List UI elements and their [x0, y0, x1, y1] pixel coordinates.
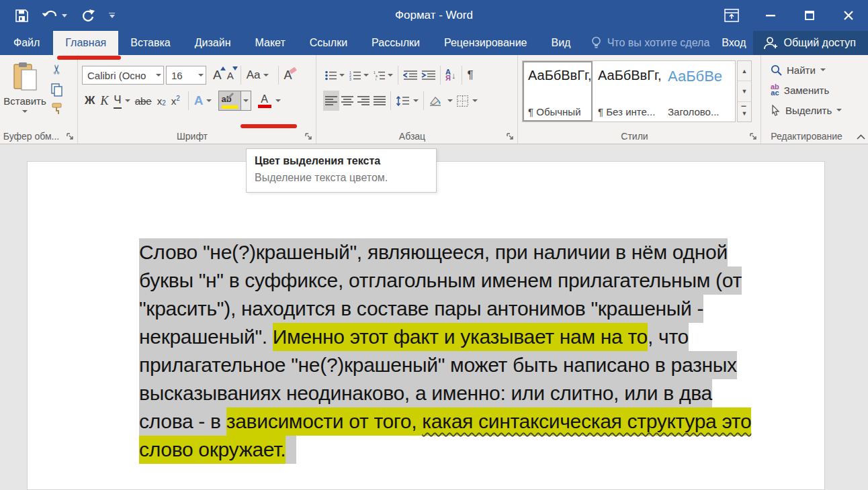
bullets-dropdown-icon[interactable]	[339, 74, 345, 77]
tab-file[interactable]: Файл	[0, 31, 53, 55]
tab-insert[interactable]: Вставка	[118, 31, 182, 55]
font-size-combo[interactable]: 16	[166, 66, 206, 85]
document-line-5[interactable]: прилагательное "не(?)крашеный" может быт…	[139, 351, 751, 379]
align-left-button[interactable]	[323, 91, 339, 111]
document-line-7[interactable]: слова - в зависимости от того, какая син…	[139, 407, 751, 436]
share-button[interactable]: Общий доступ	[753, 31, 868, 55]
superscript-button[interactable]: х2	[169, 91, 183, 111]
document-line-4[interactable]: некрашеный". Именно этот факт и указывае…	[139, 323, 751, 351]
highlighted-text-segment[interactable]: зависимости от того,	[226, 407, 423, 436]
numbering-dropdown-icon[interactable]	[363, 74, 369, 77]
multilevel-list-button[interactable]: 1ai	[372, 65, 387, 85]
styles-scroll-down-icon[interactable]: ▼	[738, 81, 751, 101]
paste-dropdown-icon[interactable]	[22, 110, 28, 113]
highlighted-text-segment[interactable]: Именно этот факт и указывает нам на то	[273, 323, 648, 351]
tell-me-box[interactable]: Что вы хотите сдела	[585, 31, 715, 55]
grow-font-button[interactable]: А	[210, 65, 224, 85]
document-line-6[interactable]: высказываниях неодинаково, а именно: или…	[139, 379, 751, 407]
font-dialog-launcher-icon[interactable]	[305, 133, 313, 141]
font-size-dropdown-icon[interactable]	[195, 66, 206, 84]
borders-button[interactable]	[455, 91, 470, 111]
selected-text-segment[interactable]: прилагательное "не(?)крашеный" может быт…	[139, 351, 737, 379]
selected-text-segment[interactable]: высказываниях неодинаково, а именно: или…	[139, 379, 712, 407]
strikethrough-button[interactable]: abe	[132, 91, 155, 111]
document-line-8[interactable]: слово окружает.	[139, 436, 751, 464]
sort-button[interactable]: АЯ ↓	[443, 65, 458, 85]
styles-dialog-launcher-icon[interactable]	[750, 133, 758, 141]
sign-in-button[interactable]: Вход	[715, 31, 752, 55]
paste-button[interactable]: Вставить	[3, 62, 47, 113]
undo-button[interactable]	[36, 4, 74, 27]
increase-indent-button[interactable]	[419, 65, 437, 85]
font-name-combo[interactable]: Calibri (Осно	[82, 66, 164, 85]
tab-design[interactable]: Дизайн	[183, 31, 243, 55]
customize-qat-icon[interactable]	[102, 4, 122, 27]
paragraph-dialog-launcher-icon[interactable]	[507, 133, 515, 141]
underline-button[interactable]: Ч	[111, 91, 124, 111]
align-right-button[interactable]	[355, 91, 372, 111]
find-dropdown-icon[interactable]	[820, 68, 826, 71]
bullets-button[interactable]	[323, 65, 339, 85]
text-highlight-button[interactable]: ab	[218, 91, 251, 111]
italic-button[interactable]: К	[97, 91, 111, 111]
tab-mailings[interactable]: Рассылки	[359, 31, 432, 55]
change-case-button[interactable]: Aa	[244, 65, 271, 85]
selected-text-segment[interactable]	[286, 436, 296, 464]
copy-icon[interactable]	[51, 83, 63, 97]
select-button[interactable]: Выделить	[771, 102, 842, 118]
selected-text-segment[interactable]: "красить"), находится в составе пары ант…	[139, 295, 703, 323]
style-card-3[interactable]: АаБбВеЗаголово...	[662, 61, 732, 121]
font-name-dropdown-icon[interactable]	[153, 66, 163, 84]
bold-button[interactable]: Ж	[82, 91, 97, 111]
format-painter-icon[interactable]	[51, 103, 63, 115]
shading-button[interactable]	[427, 91, 445, 111]
style-card-2[interactable]: АаБбВвГг,¶ Без инте...	[593, 61, 662, 121]
document-text[interactable]: Слово "не(?)крашеный", являющееся, при н…	[139, 238, 751, 464]
styles-more-icon[interactable]: ▔▼	[738, 102, 751, 121]
text-effects-button[interactable]: А	[191, 91, 214, 111]
cut-icon[interactable]: ✂	[49, 64, 64, 75]
decrease-indent-button[interactable]	[401, 65, 419, 85]
tab-view[interactable]: Вид	[539, 31, 582, 55]
highlighted-text-segment[interactable]: какая синтаксическая структура это	[422, 407, 751, 436]
redo-button[interactable]	[74, 4, 102, 27]
selected-text-segment[interactable]: буквы "н" в суффиксе, отглагольным имене…	[139, 266, 742, 295]
minimize-button[interactable]	[751, 0, 790, 31]
subscript-button[interactable]: х2	[155, 91, 169, 111]
show-marks-button[interactable]: ¶	[465, 65, 475, 85]
borders-dropdown-icon[interactable]	[472, 99, 478, 102]
line-spacing-dropdown-icon[interactable]	[413, 99, 419, 102]
document-area[interactable]: Слово "не(?)крашеный", являющееся, при н…	[0, 145, 868, 490]
tab-home[interactable]: Главная	[53, 31, 118, 55]
clipboard-dialog-launcher-icon[interactable]	[67, 133, 75, 141]
selected-text-segment[interactable]: некрашеный".	[139, 323, 273, 351]
styles-scroll-up-icon[interactable]: ▲	[738, 61, 751, 81]
clear-formatting-button[interactable]: А	[281, 65, 295, 85]
selected-text-segment[interactable]: , что	[648, 323, 689, 351]
tab-review[interactable]: Рецензирование	[432, 31, 539, 55]
document-page[interactable]: Слово "не(?)крашеный", являющееся, при н…	[27, 161, 825, 490]
highlight-dropdown-icon[interactable]	[241, 91, 251, 110]
tab-layout[interactable]: Макет	[243, 31, 298, 55]
font-color-dropdown-icon[interactable]	[275, 99, 281, 102]
select-dropdown-icon[interactable]	[836, 109, 842, 111]
maximize-button[interactable]	[790, 0, 829, 31]
document-line-3[interactable]: "красить"), находится в составе пары ант…	[139, 295, 751, 323]
close-button[interactable]	[829, 0, 868, 31]
selected-text-segment[interactable]: Слово "не(?)крашеный", являющееся, при н…	[139, 238, 728, 266]
ribbon-display-options-icon[interactable]	[712, 0, 751, 31]
save-icon[interactable]	[8, 4, 36, 27]
numbering-button[interactable]: 123	[347, 65, 363, 85]
document-line-2[interactable]: буквы "н" в суффиксе, отглагольным имене…	[139, 266, 751, 295]
style-card-1[interactable]: АаБбВвГг,¶ Обычный	[523, 61, 593, 121]
justify-button[interactable]	[372, 91, 388, 111]
collapse-ribbon-icon[interactable]	[857, 134, 865, 140]
multilevel-dropdown-icon[interactable]	[388, 74, 393, 77]
selected-text-segment[interactable]: слова - в	[139, 407, 226, 436]
line-spacing-button[interactable]	[394, 91, 411, 111]
undo-dropdown-icon[interactable]	[62, 14, 67, 17]
shrink-font-button[interactable]: А	[224, 65, 236, 85]
tab-references[interactable]: Ссылки	[298, 31, 359, 55]
shading-dropdown-icon[interactable]	[447, 99, 453, 102]
highlighted-text-segment[interactable]: слово окружает.	[139, 436, 286, 464]
